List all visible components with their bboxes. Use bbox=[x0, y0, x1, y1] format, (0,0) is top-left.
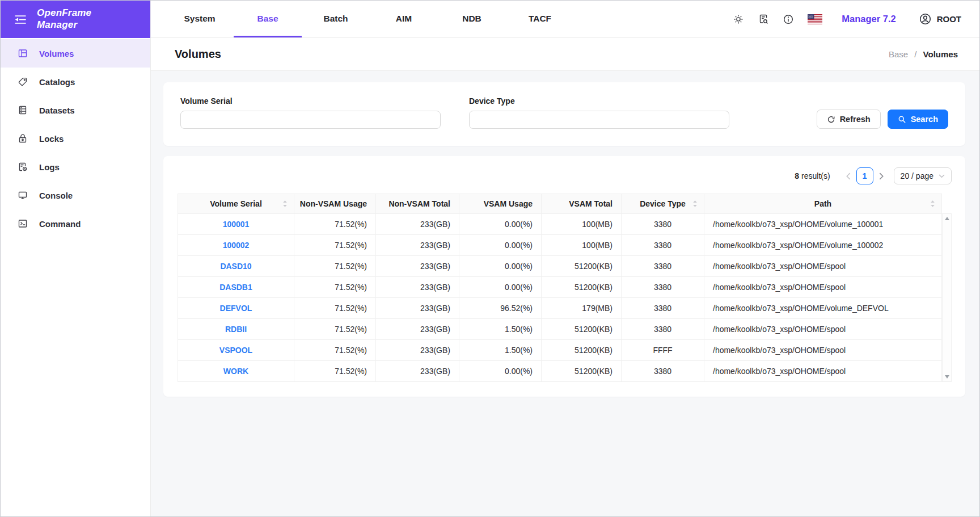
catalogs-icon bbox=[18, 77, 28, 87]
volume-serial-link[interactable]: DASDB1 bbox=[219, 283, 252, 292]
search-actions: Refresh Search bbox=[817, 110, 948, 129]
datasets-icon bbox=[18, 105, 28, 115]
search-button[interactable]: Search bbox=[888, 110, 948, 129]
cell-path: /home/koolkb/o73_xsp/OHOME/spool bbox=[704, 256, 942, 277]
cell-volume-serial: WORK bbox=[178, 361, 294, 382]
sidebar-item-console[interactable]: Console bbox=[1, 181, 150, 209]
cell-non-vsam-total: 233(GB) bbox=[376, 319, 459, 340]
cell-vsam-usage: 0.00(%) bbox=[459, 235, 542, 256]
cell-vsam-total: 51200(KB) bbox=[542, 256, 622, 277]
volume-serial-link[interactable]: VSPOOL bbox=[219, 346, 252, 355]
tab-aim[interactable]: AIM bbox=[370, 1, 438, 37]
sidebar-item-logs[interactable]: Logs bbox=[1, 153, 150, 181]
volume-serial-input[interactable] bbox=[180, 111, 441, 129]
cell-vsam-total: 100(MB) bbox=[542, 235, 622, 256]
cell-device-type: 3380 bbox=[622, 214, 704, 235]
cell-device-type: FFFF bbox=[622, 340, 704, 361]
column-header-volume-serial[interactable]: Volume Serial bbox=[178, 194, 294, 214]
volume-serial-link[interactable]: 100001 bbox=[223, 220, 250, 229]
cell-non-vsam-total: 233(GB) bbox=[376, 298, 459, 319]
search-panel: Volume Serial Device Type Refresh bbox=[163, 82, 965, 146]
sort-icon[interactable] bbox=[930, 200, 935, 208]
user-menu[interactable]: ROOT bbox=[919, 12, 961, 26]
cell-non-vsam-usage: 71.52(%) bbox=[294, 319, 376, 340]
refresh-icon bbox=[827, 115, 835, 124]
logs-icon bbox=[18, 162, 28, 172]
volume-serial-link[interactable]: WORK bbox=[223, 367, 248, 376]
menu-fold-icon[interactable] bbox=[14, 14, 27, 25]
user-icon bbox=[919, 12, 932, 26]
sidebar-item-command[interactable]: Command bbox=[1, 209, 150, 238]
logo-line-1: OpenFrame bbox=[37, 7, 91, 19]
refresh-button[interactable]: Refresh bbox=[817, 110, 881, 129]
page-title: Volumes bbox=[175, 48, 221, 61]
sort-icon[interactable] bbox=[692, 200, 698, 208]
settings-icon[interactable] bbox=[733, 14, 744, 25]
topbar-icons bbox=[719, 14, 822, 25]
cell-non-vsam-usage: 71.52(%) bbox=[294, 361, 376, 382]
page-header: Volumes Base / Volumes bbox=[151, 38, 979, 71]
cell-device-type: 3380 bbox=[622, 319, 704, 340]
content-area: Volume Serial Device Type Refresh bbox=[151, 71, 979, 516]
sidebar-item-label: Logs bbox=[39, 162, 60, 172]
cell-vsam-usage: 1.50(%) bbox=[459, 319, 542, 340]
volume-serial-link[interactable]: RDBII bbox=[225, 325, 247, 334]
sidebar-item-volumes[interactable]: Volumes bbox=[1, 39, 150, 68]
manager-version-link[interactable]: Manager 7.2 bbox=[842, 14, 895, 24]
cell-non-vsam-total: 233(GB) bbox=[376, 256, 459, 277]
volume-serial-field: Volume Serial bbox=[180, 96, 441, 129]
cell-non-vsam-usage: 71.52(%) bbox=[294, 235, 376, 256]
prev-page-button[interactable] bbox=[843, 168, 854, 184]
column-header-non-vsam-usage: Non-VSAM Usage bbox=[294, 194, 376, 214]
table-row: RDBII71.52(%)233(GB)1.50(%)51200(KB)3380… bbox=[178, 319, 942, 340]
us-flag-icon[interactable] bbox=[808, 14, 822, 24]
scroll-down-button[interactable] bbox=[945, 375, 949, 379]
cell-vsam-usage: 0.00(%) bbox=[459, 361, 542, 382]
column-header-path[interactable]: Path bbox=[704, 194, 942, 214]
cell-vsam-usage: 0.00(%) bbox=[459, 256, 542, 277]
cell-path: /home/koolkb/o73_xsp/OHOME/volume_100001 bbox=[704, 214, 942, 235]
module-tabs: SystemBaseBatchAIMNDBTACF bbox=[166, 1, 574, 37]
sort-icon[interactable] bbox=[282, 200, 288, 208]
cell-vsam-total: 179(MB) bbox=[542, 298, 622, 319]
device-type-input[interactable] bbox=[469, 111, 729, 129]
volume-serial-link[interactable]: DASD10 bbox=[220, 262, 251, 271]
breadcrumb-parent[interactable]: Base bbox=[889, 49, 908, 59]
chevron-down-icon bbox=[939, 174, 945, 178]
tab-base[interactable]: Base bbox=[234, 1, 302, 37]
cell-vsam-total: 51200(KB) bbox=[542, 277, 622, 298]
sidebar-item-label: Locks bbox=[39, 134, 64, 144]
volume-serial-link[interactable]: DEFVOL bbox=[220, 304, 252, 313]
top-navbar: SystemBaseBatchAIMNDBTACF Manager 7.2 RO… bbox=[151, 1, 979, 38]
table-row: DASDB171.52(%)233(GB)0.00(%)51200(KB)338… bbox=[178, 277, 942, 298]
column-header-device-type[interactable]: Device Type bbox=[622, 194, 704, 214]
tab-tacf[interactable]: TACF bbox=[506, 1, 574, 37]
sidebar-item-locks[interactable]: Locks bbox=[1, 124, 150, 153]
cell-non-vsam-usage: 71.52(%) bbox=[294, 298, 376, 319]
sidebar-item-datasets[interactable]: Datasets bbox=[1, 96, 150, 124]
scroll-up-button[interactable] bbox=[945, 217, 949, 220]
sidebar-item-label: Datasets bbox=[39, 106, 75, 115]
audit-log-icon[interactable] bbox=[758, 14, 769, 25]
tab-batch[interactable]: Batch bbox=[302, 1, 370, 37]
cell-non-vsam-total: 233(GB) bbox=[376, 340, 459, 361]
cell-volume-serial: DASD10 bbox=[178, 256, 294, 277]
column-header-vsam-usage: VSAM Usage bbox=[459, 194, 542, 214]
sidebar-item-catalogs[interactable]: Catalogs bbox=[1, 68, 150, 96]
page-size-select[interactable]: 20 / page bbox=[894, 167, 952, 184]
cell-vsam-usage: 0.00(%) bbox=[459, 214, 542, 235]
tab-system[interactable]: System bbox=[166, 1, 234, 37]
page-1-button[interactable]: 1 bbox=[856, 167, 873, 184]
table-row: 10000171.52(%)233(GB)0.00(%)100(MB)3380/… bbox=[178, 214, 942, 235]
cell-non-vsam-usage: 71.52(%) bbox=[294, 340, 376, 361]
tab-ndb[interactable]: NDB bbox=[438, 1, 506, 37]
table-scrollbar[interactable] bbox=[942, 213, 952, 382]
cell-non-vsam-total: 233(GB) bbox=[376, 214, 459, 235]
command-icon bbox=[18, 218, 28, 229]
next-page-button[interactable] bbox=[876, 168, 887, 184]
breadcrumb: Base / Volumes bbox=[889, 49, 958, 59]
info-icon[interactable] bbox=[783, 14, 794, 25]
table-row: WORK71.52(%)233(GB)0.00(%)51200(KB)3380/… bbox=[178, 361, 942, 382]
user-name: ROOT bbox=[937, 14, 961, 24]
volume-serial-link[interactable]: 100002 bbox=[223, 241, 250, 250]
